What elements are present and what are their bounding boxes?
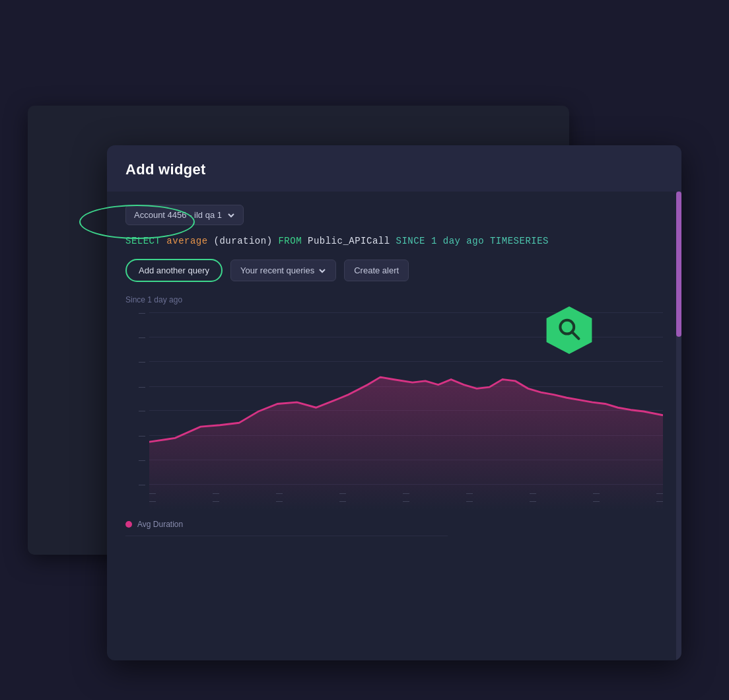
create-alert-button[interactable]: Create alert [344, 260, 409, 281]
query-table: Public_APICall [308, 236, 390, 246]
recent-queries-label: Your recent queries [240, 265, 314, 275]
legend-label: Avg Duration [137, 520, 183, 529]
card-content: Account 4456 - ild qa 1 SELECT average (… [107, 192, 681, 660]
x-label: —— [149, 489, 156, 505]
x-label: —— [403, 489, 409, 505]
x-label: —— [339, 489, 346, 505]
chevron-down-icon [227, 211, 235, 219]
query-select: SELECT [125, 236, 160, 246]
query-timeseries: TIMESERIES [490, 236, 549, 246]
page-title: Add widget [125, 161, 663, 178]
query-from: FROM [278, 236, 302, 246]
query-time: 1 day ago [431, 236, 484, 246]
query-duration: (duration) [214, 236, 273, 246]
query-average: average [166, 236, 207, 246]
query-since: SINCE [396, 236, 426, 246]
x-label: —— [466, 489, 473, 505]
button-row: Add another query Your recent queries Cr… [107, 248, 681, 282]
account-dropdown[interactable]: Account 4456 - ild qa 1 [125, 205, 244, 225]
account-label: Account 4456 - ild qa 1 [134, 210, 222, 220]
recent-queries-chevron-icon [318, 267, 326, 275]
legend-separator [125, 536, 448, 536]
x-axis-labels: —— —— —— —— —— —— —— —— —— [149, 484, 663, 510]
add-another-query-button[interactable]: Add another query [125, 259, 223, 282]
account-section: Account 4456 - ild qa 1 [107, 192, 681, 225]
x-label: —— [656, 489, 663, 505]
query-section: SELECT average (duration) FROM Public_AP… [107, 225, 681, 248]
hex-search-badge [543, 304, 596, 357]
x-label: —— [213, 489, 219, 505]
recent-queries-button[interactable]: Your recent queries [230, 260, 336, 281]
chart-since-label: Since 1 day ago [125, 295, 663, 304]
x-label: —— [276, 489, 283, 505]
x-label: —— [530, 489, 536, 505]
legend-dot [125, 521, 132, 528]
card-header: Add widget [107, 145, 681, 192]
x-label: —— [593, 489, 600, 505]
svg-marker-0 [547, 306, 592, 354]
chart-legend: Avg Duration [125, 520, 663, 529]
main-card: Add widget Account 4456 - ild qa 1 [107, 145, 681, 660]
query-text: SELECT average (duration) FROM Public_AP… [125, 234, 663, 248]
